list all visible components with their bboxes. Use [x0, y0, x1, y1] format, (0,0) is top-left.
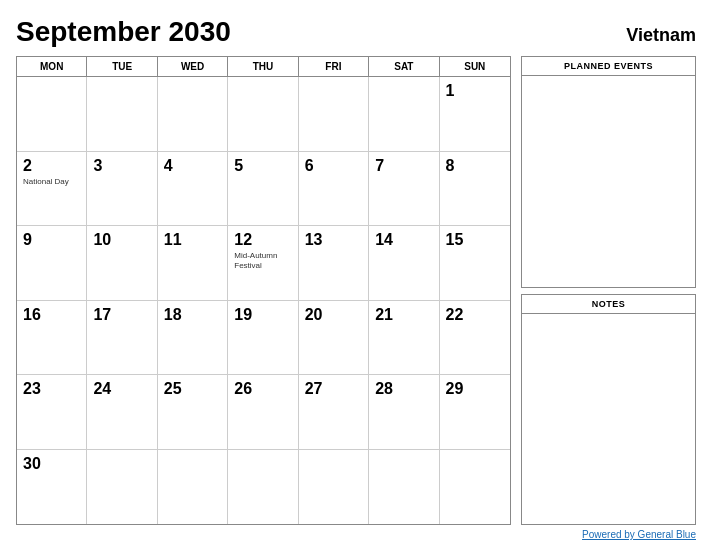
day-header: TUE	[87, 57, 157, 76]
calendar-cell: 27	[299, 375, 369, 450]
cell-number: 18	[164, 305, 182, 324]
cell-number: 11	[164, 230, 182, 249]
calendar-cell: 22	[440, 301, 510, 376]
footer-link[interactable]: Powered by General Blue	[582, 529, 696, 540]
footer: Powered by General Blue	[16, 525, 696, 540]
calendar-cell: 18	[158, 301, 228, 376]
cell-number: 15	[446, 230, 464, 249]
cell-event: National Day	[23, 177, 69, 187]
cell-number: 8	[446, 156, 455, 175]
page: September 2030 Vietnam MONTUEWEDTHUFRISA…	[0, 0, 712, 550]
notes-title: NOTES	[522, 295, 695, 314]
day-header: SAT	[369, 57, 439, 76]
cell-number: 22	[446, 305, 464, 324]
calendar-cell: 14	[369, 226, 439, 301]
calendar-cell	[369, 77, 439, 152]
calendar-cell	[87, 450, 157, 525]
calendar-cell: 16	[17, 301, 87, 376]
calendar-cell: 21	[369, 301, 439, 376]
calendar-cell: 29	[440, 375, 510, 450]
cell-number: 21	[375, 305, 393, 324]
cell-number: 24	[93, 379, 111, 398]
cell-number: 3	[93, 156, 102, 175]
calendar-cell: 26	[228, 375, 298, 450]
day-header: FRI	[299, 57, 369, 76]
calendar-cell: 19	[228, 301, 298, 376]
calendar-cell: 7	[369, 152, 439, 227]
calendar-cell: 24	[87, 375, 157, 450]
planned-events-title: PLANNED EVENTS	[522, 57, 695, 76]
calendar-cell: 23	[17, 375, 87, 450]
cell-number: 17	[93, 305, 111, 324]
cell-number: 12	[234, 230, 252, 249]
calendar-cell	[228, 77, 298, 152]
planned-events-content	[522, 76, 695, 287]
cell-number: 29	[446, 379, 464, 398]
day-header: THU	[228, 57, 298, 76]
calendar-cell: 5	[228, 152, 298, 227]
calendar-cell: 11	[158, 226, 228, 301]
calendar-cell	[440, 450, 510, 525]
calendar-cell: 12Mid-Autumn Festival	[228, 226, 298, 301]
cell-number: 19	[234, 305, 252, 324]
day-header: SUN	[440, 57, 510, 76]
calendar-cell: 3	[87, 152, 157, 227]
cell-number: 4	[164, 156, 173, 175]
calendar-cell	[299, 77, 369, 152]
day-headers: MONTUEWEDTHUFRISATSUN	[17, 57, 510, 77]
calendar-cell	[158, 450, 228, 525]
calendar-cell	[369, 450, 439, 525]
calendar-cell: 15	[440, 226, 510, 301]
cell-number: 27	[305, 379, 323, 398]
calendar-cell	[228, 450, 298, 525]
calendar-cell	[87, 77, 157, 152]
month-title: September 2030	[16, 16, 231, 48]
cell-number: 1	[446, 81, 455, 100]
cell-number: 7	[375, 156, 384, 175]
calendar-cell	[158, 77, 228, 152]
header-row: September 2030 Vietnam	[16, 16, 696, 48]
cell-number: 25	[164, 379, 182, 398]
cell-number: 6	[305, 156, 314, 175]
calendar-cell: 25	[158, 375, 228, 450]
cell-number: 10	[93, 230, 111, 249]
calendar-cell: 10	[87, 226, 157, 301]
notes-box: NOTES	[521, 294, 696, 526]
calendar-cell: 13	[299, 226, 369, 301]
calendar-cell: 20	[299, 301, 369, 376]
calendar-cell: 9	[17, 226, 87, 301]
cell-number: 13	[305, 230, 323, 249]
calendar-cell	[17, 77, 87, 152]
notes-content	[522, 314, 695, 525]
cell-number: 20	[305, 305, 323, 324]
day-header: WED	[158, 57, 228, 76]
cell-number: 26	[234, 379, 252, 398]
cell-number: 9	[23, 230, 32, 249]
cell-number: 5	[234, 156, 243, 175]
cell-number: 30	[23, 454, 41, 473]
cell-number: 28	[375, 379, 393, 398]
cell-number: 23	[23, 379, 41, 398]
calendar-cell: 28	[369, 375, 439, 450]
country-title: Vietnam	[626, 25, 696, 46]
calendar-cell: 8	[440, 152, 510, 227]
calendar-cell: 4	[158, 152, 228, 227]
main-content: MONTUEWEDTHUFRISATSUN 12National Day3456…	[16, 56, 696, 525]
calendar-cell	[299, 450, 369, 525]
calendar-cell: 1	[440, 77, 510, 152]
calendar-cell: 2National Day	[17, 152, 87, 227]
calendar-section: MONTUEWEDTHUFRISATSUN 12National Day3456…	[16, 56, 511, 525]
cell-number: 16	[23, 305, 41, 324]
cell-number: 14	[375, 230, 393, 249]
calendar-cell: 6	[299, 152, 369, 227]
calendar-grid: 12National Day3456789101112Mid-Autumn Fe…	[17, 77, 510, 524]
cell-number: 2	[23, 156, 32, 175]
planned-events-box: PLANNED EVENTS	[521, 56, 696, 288]
calendar-cell: 30	[17, 450, 87, 525]
cell-event: Mid-Autumn Festival	[234, 251, 291, 270]
day-header: MON	[17, 57, 87, 76]
right-section: PLANNED EVENTS NOTES	[521, 56, 696, 525]
calendar-cell: 17	[87, 301, 157, 376]
